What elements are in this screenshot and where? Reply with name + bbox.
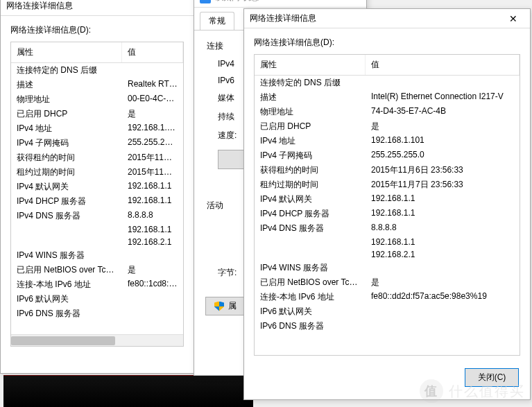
cell-value: fe80::dd2d:f57a:ac5e:98e3%19 <box>371 291 514 303</box>
cell-value: 192.168.1.100 <box>128 123 178 135</box>
table-row[interactable]: 192.168.2.1 <box>11 236 183 248</box>
table-row[interactable]: IPv4 默认网关192.168.1.1 <box>255 192 520 207</box>
table-row[interactable]: 连接-本地 IPv6 地址fe80::dd2d:f57a:ac5e:98e3%1… <box>255 290 520 304</box>
window-title: 网络连接详细信息 <box>6 0 191 12</box>
cell-value: 192.168.2.1 <box>128 237 178 247</box>
cell-value: Intel(R) Ethernet Connection I217-V <box>371 92 514 103</box>
cell-value: 2015年11月6日 23 <box>128 152 178 164</box>
cell-property: 租约过期的时间 <box>17 166 128 178</box>
table-row[interactable]: IPv4 子网掩码255.255.255.0 <box>255 148 520 163</box>
background-dark-strip <box>3 375 253 407</box>
close-button[interactable]: ✕ <box>499 11 527 26</box>
cell-value <box>128 308 178 320</box>
cell-property <box>17 225 128 234</box>
window-icon <box>200 0 211 3</box>
titlebar[interactable]: 网络连接详细信息 ✕ <box>244 9 530 28</box>
table-row[interactable]: IPv4 WINS 服务器 <box>11 248 183 263</box>
cell-value <box>371 262 514 274</box>
close-dialog-button[interactable]: 关闭(C) <box>465 368 519 387</box>
cell-value: Realtek RTL8187 W <box>128 79 178 91</box>
details-table: 属性 值 连接特定的 DNS 后缀描述Realtek RTL8187 W物理地址… <box>10 42 184 347</box>
table-row[interactable]: 192.168.2.1 <box>255 248 520 261</box>
table-row[interactable]: IPv6 DNS 服务器 <box>11 306 183 321</box>
table-row[interactable]: 租约过期的时间2015年11月7日 23:56:33 <box>255 177 520 192</box>
window-title: 以太网 状态 <box>215 0 363 3</box>
cell-value: 192.168.1.101 <box>371 135 514 147</box>
col-value[interactable]: 值 <box>366 55 520 75</box>
cell-property: IPv4 默认网关 <box>260 193 371 205</box>
table-row[interactable]: 获得租约的时间2015年11月6日 23 <box>11 150 183 165</box>
table-row[interactable]: 已启用 DHCP是 <box>255 119 520 134</box>
cell-value: 192.168.2.1 <box>371 250 514 259</box>
cell-value: 74-D4-35-E7-AC-4B <box>371 106 514 118</box>
col-property[interactable]: 属性 <box>255 55 366 75</box>
cell-value <box>371 306 514 318</box>
table-row[interactable]: 连接特定的 DNS 后缀 <box>255 76 520 90</box>
horizontal-scrollbar[interactable] <box>11 334 183 346</box>
cell-property: IPv4 默认网关 <box>17 181 128 193</box>
cell-value: 2015年11月7日 23:56:33 <box>371 179 514 191</box>
table-header: 属性 值 <box>11 42 183 63</box>
table-row[interactable]: 已启用 NetBIOS over Tc…是 <box>255 275 520 290</box>
cell-value: 255.255.255.0 <box>371 150 514 162</box>
cell-property: IPv4 子网掩码 <box>17 137 128 149</box>
table-row[interactable]: IPv4 子网掩码255.255.255.0 <box>11 136 183 150</box>
cell-property: 物理地址 <box>260 106 371 118</box>
cell-property: IPv6 DNS 服务器 <box>260 320 371 332</box>
properties-button[interactable]: 属 <box>205 297 246 315</box>
table-row[interactable]: IPv4 地址192.168.1.100 <box>11 121 183 136</box>
cell-value: 192.168.1.1 <box>371 193 514 205</box>
table-row[interactable]: IPv4 地址192.168.1.101 <box>255 134 520 148</box>
table-row[interactable]: IPv6 默认网关 <box>255 304 520 319</box>
cell-value <box>128 250 178 261</box>
cell-value: 8.8.8.8 <box>128 210 178 222</box>
cell-property: IPv6 默认网关 <box>17 293 128 305</box>
table-row[interactable]: IPv4 DNS 服务器8.8.8.8 <box>11 209 183 223</box>
table-row[interactable]: IPv4 默认网关192.168.1.1 <box>11 180 183 194</box>
table-row[interactable]: 连接-本地 IPv6 地址fe80::1cd8:3037:6e <box>11 277 183 292</box>
titlebar[interactable]: 网络连接详细信息 <box>1 0 194 16</box>
window-title: 网络连接详细信息 <box>250 12 499 24</box>
cell-value: 是 <box>371 277 514 288</box>
table-row[interactable]: 描述Realtek RTL8187 W <box>11 78 183 92</box>
cell-value <box>128 64 178 76</box>
cell-property: 获得租约的时间 <box>260 164 371 176</box>
table-row[interactable]: 获得租约的时间2015年11月6日 23:56:33 <box>255 163 520 177</box>
col-property[interactable]: 属性 <box>11 42 122 62</box>
table-row[interactable]: IPv6 默认网关 <box>11 292 183 306</box>
properties-button-label: 属 <box>228 300 237 312</box>
table-row[interactable]: 租约过期的时间2015年11月7日 23 <box>11 165 183 180</box>
table-row[interactable]: 已启用 DHCP是 <box>11 107 183 121</box>
cell-property: IPv4 DHCP 服务器 <box>17 196 128 207</box>
table-row[interactable]: 192.168.1.1 <box>255 236 520 248</box>
table-row[interactable]: 物理地址74-D4-35-E7-AC-4B <box>255 105 520 119</box>
cell-value: fe80::1cd8:3037:6e <box>128 279 178 291</box>
col-value[interactable]: 值 <box>122 42 183 62</box>
cell-value: 192.168.1.1 <box>371 237 514 247</box>
table-row[interactable]: IPv4 WINS 服务器 <box>255 261 520 275</box>
tab-general[interactable]: 常规 <box>200 12 234 30</box>
cell-value: 2015年11月7日 23 <box>128 166 178 178</box>
cell-value: 255.255.255.0 <box>128 137 178 149</box>
cell-property: IPv4 子网掩码 <box>260 150 371 162</box>
table-row[interactable]: 连接特定的 DNS 后缀 <box>11 63 183 78</box>
table-row[interactable]: IPv4 DNS 服务器8.8.8.8 <box>255 221 520 236</box>
table-row[interactable]: 192.168.1.1 <box>11 223 183 236</box>
cell-property: 连接特定的 DNS 后缀 <box>17 64 128 76</box>
table-row[interactable]: 物理地址00-E0-4C-93-58-0 <box>11 92 183 107</box>
network-details-window-left: 网络连接详细信息 网络连接详细信息(D): 属性 值 连接特定的 DNS 后缀描… <box>0 0 194 374</box>
table-row[interactable]: IPv4 DHCP 服务器192.168.1.1 <box>11 194 183 209</box>
table-row[interactable]: IPv6 DNS 服务器 <box>255 319 520 334</box>
cell-property: 连接-本地 IPv6 地址 <box>17 279 128 291</box>
titlebar[interactable]: 以太网 状态 <box>194 0 366 8</box>
section-heading: 网络连接详细信息(D): <box>254 37 520 49</box>
cell-property: IPv4 DHCP 服务器 <box>260 208 371 220</box>
cell-value: 是 <box>128 264 178 276</box>
cell-property: IPv4 地址 <box>17 123 128 135</box>
table-row[interactable]: IPv4 DHCP 服务器192.168.1.1 <box>255 207 520 221</box>
cell-property: 已启用 DHCP <box>17 108 128 120</box>
scrollbar-thumb[interactable] <box>11 336 115 345</box>
table-row[interactable]: 已启用 NetBIOS over Tc…是 <box>11 263 183 277</box>
table-row[interactable]: 描述Intel(R) Ethernet Connection I217-V <box>255 90 520 105</box>
cell-value: 8.8.8.8 <box>371 223 514 234</box>
